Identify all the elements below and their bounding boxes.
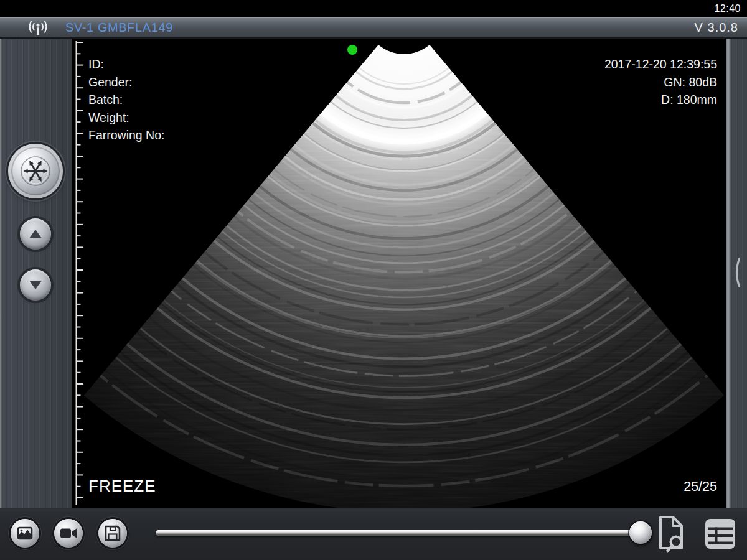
ultrasound-display-area: ID: Gender: Batch: Weight: Farrowing No:… [72,39,726,508]
probe-control-knob-button[interactable] [8,144,63,198]
file-search-icon [660,517,682,551]
clock-label: 12:40 [714,3,741,14]
freeze-status-label: FREEZE [88,477,156,496]
device-name-label: SV-1 GMBFLA149 [65,21,173,35]
left-control-sidebar [0,39,72,508]
frame-slider-thumb[interactable] [629,521,652,544]
scroll-down-button[interactable] [20,269,51,301]
patient-label-farrowing: Farrowing No: [88,126,164,144]
orientation-marker-dot [347,45,357,55]
scan-fan [72,39,726,508]
frame-counter-label: 25/25 [684,479,717,495]
scan-timestamp: 2017-12-20 12:39:55 [604,55,717,73]
save-button[interactable] [98,519,127,548]
version-label: V 3.0.8 [695,21,738,35]
antenna-icon [27,20,49,37]
patient-label-batch: Batch: [88,91,164,109]
gain-value: GN: 80dB [604,73,717,91]
ultrasound-image [72,39,726,508]
file-browser-button[interactable] [654,513,688,554]
triangle-up-icon [29,230,42,238]
triangle-down-icon [29,281,42,289]
depth-ruler [77,41,84,505]
title-bar: SV-1 GMBFLA149 V 3.0.8 [0,17,747,39]
patient-label-id: ID: [88,55,164,73]
frame-scrub-slider[interactable] [156,530,647,536]
patient-info-block: ID: Gender: Batch: Weight: Farrowing No: [88,55,164,144]
ultrasound-app-screen: 12:40 SV-1 GMBFLA149 V 3.0.8 [0,0,747,560]
asterisk-arrows-icon [19,155,52,187]
snapshot-button[interactable] [11,519,39,548]
report-table-icon [705,519,735,549]
bottom-toolbar [0,508,747,560]
patient-label-gender: Gender: [88,73,164,91]
report-list-button[interactable] [702,515,739,553]
status-bar: 12:40 [0,0,747,17]
floppy-save-icon [103,524,122,543]
depth-value: D: 180mm [604,91,717,109]
panel-pull-chevron-icon[interactable] [733,258,741,287]
video-camera-icon [59,524,78,543]
scan-info-block: 2017-12-20 12:39:55 GN: 80dB D: 180mm [604,55,717,109]
right-divider-strip [726,39,731,508]
right-panel [731,39,747,508]
photo-icon [16,524,34,543]
record-video-button[interactable] [54,519,83,548]
patient-label-weight: Weight: [88,109,164,127]
scroll-up-button[interactable] [20,218,51,250]
